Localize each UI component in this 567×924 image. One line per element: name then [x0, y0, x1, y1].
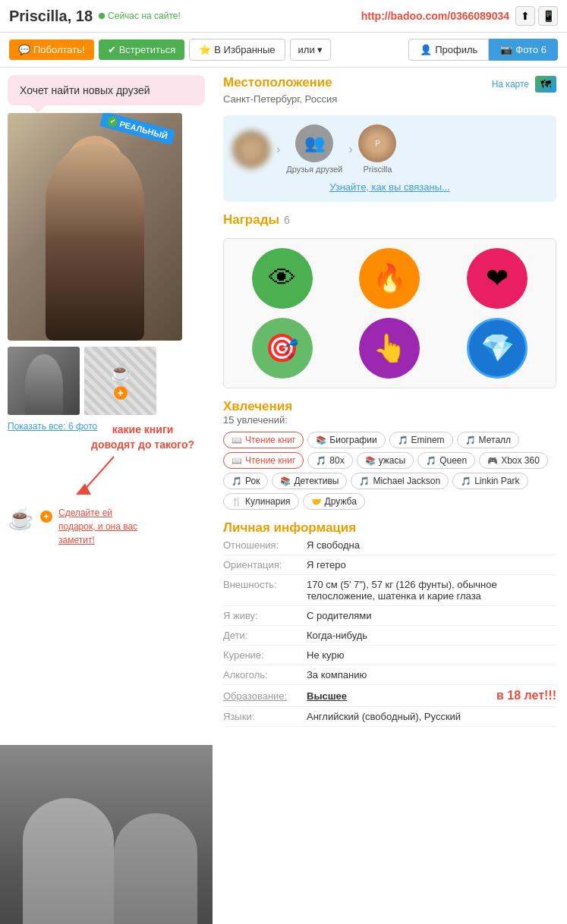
profile-icon: 👤: [420, 44, 432, 55]
tag-music1-icon: 🎵: [398, 435, 408, 445]
conn-item-you: [232, 130, 270, 168]
info-row-languages: Языки: Английский (свободный), Русский: [223, 707, 556, 727]
tag-label: Xbox 360: [501, 455, 540, 466]
tag-book3-icon: 📖: [232, 456, 242, 466]
conn-item-priscilla: P Priscilla: [358, 124, 396, 174]
awards-title-row: Награды 6: [223, 212, 556, 231]
large-bottom-photo: DogDog: [0, 745, 213, 924]
award-eye: 👁: [252, 248, 313, 309]
info-label-living: Я живу:: [223, 610, 307, 621]
profile-tabs: 👤 Профиль 📷 Фото 6: [408, 39, 558, 61]
conn-avatar-group: 👥: [295, 124, 333, 162]
tag-label: 80x: [329, 455, 344, 466]
favorite-button[interactable]: ⭐ В Избранные: [189, 39, 285, 61]
profile-url[interactable]: http://badoo.com/0366089034: [361, 10, 509, 22]
photo-icon: 📷: [500, 44, 512, 55]
section-location: Местоположение На карте 🗺 Санкт-Петербур…: [223, 75, 556, 105]
tab-photo[interactable]: 📷 Фото 6: [489, 39, 558, 61]
connection-avatars: › 👥 Друзья друзей › P Priscilla: [232, 124, 547, 174]
or-label: или ▾: [298, 44, 323, 55]
award-heart: ❤: [467, 248, 528, 309]
tag-label: Кулинария: [245, 496, 291, 507]
online-status: Сейчас на сайте!: [99, 11, 181, 21]
tag-horror[interactable]: 📚ужасы: [357, 452, 414, 469]
tag-cooking-icon: 🍴: [232, 497, 242, 507]
tag-xbox[interactable]: 🎮Xbox 360: [479, 452, 548, 469]
tag-friendship[interactable]: 🤝Дружба: [303, 493, 365, 510]
conn-avatar-you: [232, 130, 270, 168]
profile-name: Priscilla, 18: [9, 8, 93, 25]
interests-title: Хвлечения: [223, 399, 292, 413]
annotation-arrow: [68, 453, 129, 498]
location-title: Местоположение: [223, 75, 332, 90]
tag-book2-icon: 📚: [316, 435, 326, 445]
tag-detectives[interactable]: 📚Детективы: [272, 473, 347, 489]
tag-reading-2[interactable]: 📖Чтение книг: [223, 452, 304, 469]
tag-cooking[interactable]: 🍴Кулинария: [223, 493, 299, 510]
award-fire: 🔥: [359, 248, 420, 309]
bottom-section: DogDog Русская девушка.В ней и ум, и скр…: [0, 745, 567, 924]
upload-button[interactable]: ⬆: [515, 6, 535, 26]
personal-title: Личная информация: [223, 520, 356, 535]
info-value-languages: Английский (свободный), Русский: [307, 711, 556, 722]
star-icon: ⭐: [199, 44, 211, 55]
connection-link[interactable]: Узнайте, как вы связаны...: [232, 181, 547, 193]
meet-label: Встретиться: [119, 44, 176, 55]
bottom-left: DogDog Русская девушка.В ней и ум, и скр…: [0, 745, 213, 924]
tab-profile[interactable]: 👤 Профиль: [408, 39, 489, 61]
tag-reading-1[interactable]: 📖Чтение книг: [223, 432, 304, 448]
action-buttons: 💬 Поболтать! ✔ Встретиться ⭐ В Избранные…: [9, 39, 331, 61]
info-value-orientation: Я гетеро: [307, 559, 556, 570]
meet-button[interactable]: ✔ Встретиться: [99, 39, 185, 60]
tag-label: Дружба: [325, 496, 357, 507]
right-column: Местоположение На карте 🗺 Санкт-Петербур…: [213, 68, 567, 745]
section-awards: Награды 6 👁 🔥 ❤ 🎯 👆 💎: [223, 212, 556, 388]
tag-rock[interactable]: 🎵Рок: [223, 473, 268, 489]
info-row-smoking: Курение: Не курю: [223, 646, 556, 665]
chat-button[interactable]: 💬 Поболтать!: [9, 39, 94, 60]
chat-icon: 💬: [18, 44, 30, 55]
tag-linkin-park[interactable]: 🎵Linkin Park: [452, 473, 528, 489]
conn-avatar-priscilla: P: [358, 124, 396, 162]
tag-biographies[interactable]: 📚Биографии: [307, 432, 385, 448]
or-button[interactable]: или ▾: [290, 39, 332, 61]
awards-count: 6: [284, 214, 290, 226]
gift-text[interactable]: Сделайте ейподарок, и она васзаметит!: [58, 506, 137, 547]
conn-arrow-2: ›: [348, 143, 352, 156]
conn-label-priscilla: Priscilla: [364, 165, 392, 174]
tag-metal[interactable]: 🎵Металл: [457, 432, 519, 448]
conn-label-friends: Друзья друзей: [286, 165, 342, 174]
tag-label: Металл: [479, 435, 511, 445]
tag-label: Eminem: [411, 435, 445, 445]
thumb-photo-1[interactable]: [8, 347, 80, 415]
annotation-text: какие книгидоводят до такого?: [91, 423, 194, 452]
tag-label: Чтение книг: [245, 435, 295, 445]
tag-eminem[interactable]: 🎵Eminem: [389, 432, 453, 448]
main-photo[interactable]: ✓ РЕАЛЬНЫЙ: [8, 113, 182, 341]
left-column: Хочет найти новых друзей ✓ РЕАЛЬНЫЙ: [0, 68, 213, 745]
online-text: Сейчас на сайте!: [108, 11, 181, 21]
info-value-education-extra: в 18 лет!!!: [496, 689, 556, 702]
map-link[interactable]: На карте: [492, 79, 529, 90]
header-left: Priscilla, 18 Сейчас на сайте!: [9, 8, 181, 25]
award-pointer: 👆: [359, 318, 420, 379]
real-check-icon: ✓: [106, 115, 119, 128]
tag-queen[interactable]: 🎵Queen: [417, 452, 475, 469]
conn-arrow-1: ›: [276, 143, 280, 156]
tag-label: Queen: [439, 455, 467, 466]
mobile-button[interactable]: 📱: [538, 6, 558, 26]
tag-label: Рок: [245, 476, 260, 486]
tag-music7-icon: 🎵: [461, 476, 471, 486]
tag-michael-jackson[interactable]: 🎵Michael Jackson: [351, 473, 449, 489]
info-value-relations: Я свободна: [307, 539, 556, 551]
tag-book-icon: 📖: [232, 435, 242, 445]
info-label-education: Образование:: [223, 690, 307, 702]
tag-80x[interactable]: 🎵80x: [307, 452, 352, 469]
gift-box: ☕ + Сделайте ейподарок, и она васзаметит…: [8, 506, 205, 547]
info-row-alcohol: Алкоголь: За компанию: [223, 665, 556, 685]
info-label-children: Дети:: [223, 630, 307, 641]
map-icon[interactable]: 🗺: [535, 76, 556, 93]
fav-label: В Избранные: [214, 44, 275, 55]
header-icons: ⬆ 📱: [515, 6, 558, 26]
thumb-add-gift[interactable]: ☕ +: [84, 347, 156, 415]
